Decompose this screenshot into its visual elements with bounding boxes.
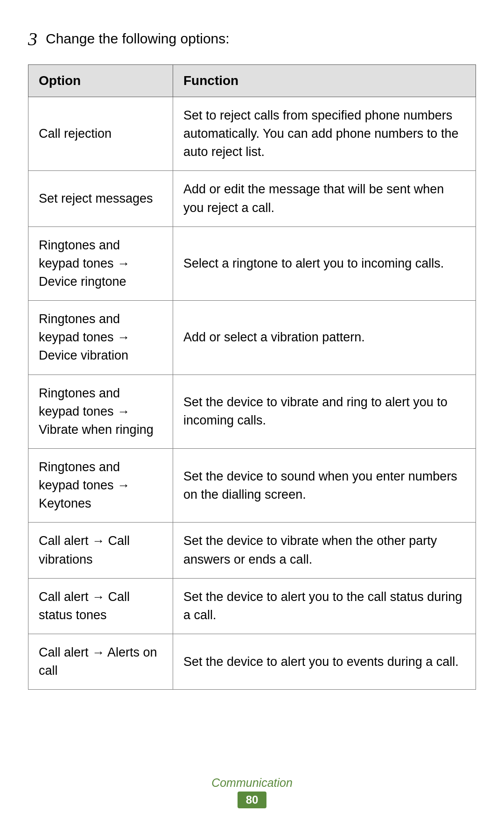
column-header-function: Function	[173, 65, 476, 97]
function-cell: Add or edit the message that will be sen…	[173, 171, 476, 226]
options-table: Option Function Call rejectionSet to rej…	[28, 64, 476, 690]
function-cell: Set the device to sound when you enter n…	[173, 448, 476, 522]
function-cell: Set the device to vibrate when the other…	[173, 523, 476, 578]
table-row: Ringtones and keypad tones → KeytonesSet…	[28, 448, 476, 522]
function-cell: Select a ringtone to alert you to incomi…	[173, 226, 476, 300]
table-row: Ringtones and keypad tones → Device vibr…	[28, 301, 476, 375]
step-number: 3	[28, 28, 37, 50]
table-row: Call alert → Call status tonesSet the de…	[28, 578, 476, 634]
option-cell: Ringtones and keypad tones → Device ring…	[28, 226, 173, 300]
table-row: Call rejectionSet to reject calls from s…	[28, 97, 476, 171]
footer-page: 80	[238, 792, 267, 808]
option-cell: Call alert → Call status tones	[28, 578, 173, 634]
table-row: Ringtones and keypad tones → Device ring…	[28, 226, 476, 300]
option-cell: Call alert → Alerts on call	[28, 634, 173, 689]
option-cell: Set reject messages	[28, 171, 173, 226]
table-row: Call alert → Alerts on callSet the devic…	[28, 634, 476, 689]
option-cell: Ringtones and keypad tones → Vibrate whe…	[28, 375, 173, 448]
function-cell: Set the device to alert you to the call …	[173, 578, 476, 634]
table-row: Ringtones and keypad tones → Vibrate whe…	[28, 375, 476, 448]
page-header: 3 Change the following options:	[28, 28, 476, 50]
page-footer: Communication 80	[28, 748, 476, 808]
function-cell: Set the device to alert you to events du…	[173, 634, 476, 689]
table-row: Set reject messagesAdd or edit the messa…	[28, 171, 476, 226]
function-cell: Set the device to vibrate and ring to al…	[173, 375, 476, 448]
option-cell: Ringtones and keypad tones → Device vibr…	[28, 301, 173, 375]
footer-label: Communication	[211, 776, 293, 790]
header-instruction: Change the following options:	[46, 28, 230, 47]
column-header-option: Option	[28, 65, 173, 97]
option-cell: Call rejection	[28, 97, 173, 171]
function-cell: Add or select a vibration pattern.	[173, 301, 476, 375]
option-cell: Call alert → Call vibrations	[28, 523, 173, 578]
option-cell: Ringtones and keypad tones → Keytones	[28, 448, 173, 522]
table-row: Call alert → Call vibrationsSet the devi…	[28, 523, 476, 578]
function-cell: Set to reject calls from specified phone…	[173, 97, 476, 171]
